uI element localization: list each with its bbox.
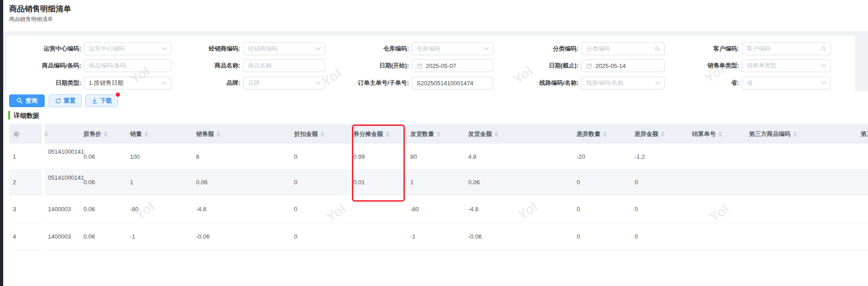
- field-placeholder: 运营中心编码: [89, 45, 124, 53]
- field-placeholder: 仓库编码: [417, 45, 440, 53]
- cell-ship-amount: 0.06: [468, 170, 480, 195]
- cell-settings: 1: [13, 144, 16, 170]
- cell-order-no: 05141000141: [48, 148, 84, 155]
- cell-ship-qty: 1: [410, 170, 413, 195]
- column-label: 销售额: [196, 130, 214, 138]
- cell-diff-qty: -20: [577, 144, 585, 170]
- sort-icon: [217, 131, 220, 137]
- cell-ship-qty: 80: [410, 144, 417, 170]
- download-icon: [92, 98, 98, 104]
- column-header-settlement-no[interactable]: 结算单号: [692, 124, 722, 144]
- column-header-ship-qty[interactable]: 发货数量: [410, 124, 440, 144]
- filter-label-customer-code: 客户编码:: [648, 42, 739, 55]
- cell-sales-amount: 0.06: [196, 170, 207, 195]
- cell-original-price: 0.06: [83, 195, 95, 223]
- column-header-third-party-product-code[interactable]: 第三方商品编码: [749, 124, 797, 144]
- field-placeholder: 线路编码/名称: [586, 79, 624, 87]
- cell-sales-qty: 100: [130, 144, 140, 170]
- select-warehouse-code[interactable]: 仓库编码: [412, 42, 493, 55]
- reset-button[interactable]: 重置: [49, 94, 82, 107]
- input-customer-code[interactable]: 客户编码: [742, 42, 831, 55]
- sort-icon: [44, 131, 48, 137]
- search-icon: [16, 98, 23, 104]
- column-label: 销量: [130, 130, 142, 138]
- cell-discount-amount: 0: [294, 195, 297, 223]
- column-header-ship-amount[interactable]: 发货金额: [468, 124, 498, 144]
- field-value: 2025-05-07: [426, 62, 456, 69]
- search-icon: [821, 46, 827, 52]
- sort-icon: [661, 131, 665, 137]
- gear-icon: [13, 130, 20, 138]
- cell-ship-amount: -4.8: [468, 195, 478, 223]
- column-header-settings[interactable]: [13, 124, 20, 144]
- cell-original-price: 0.06: [83, 170, 95, 195]
- cell-order-no: 05141000141: [48, 174, 84, 181]
- column-label: 发货金额: [468, 130, 492, 138]
- cell-discount-amount: 0: [294, 144, 297, 170]
- sort-icon: [145, 131, 148, 137]
- column-header-diff-qty[interactable]: 差异数量: [577, 124, 607, 144]
- filter-label-operation-center-code: 运营中心编码:: [0, 42, 81, 55]
- column-label: 第三方商品编码: [749, 130, 790, 138]
- cell-ship-amount: 4.8: [468, 144, 476, 170]
- column-label: 发货数量: [410, 130, 434, 138]
- cell-sales-amount: -4.8: [196, 195, 206, 223]
- cell-sales-qty: -1: [130, 223, 135, 250]
- cell-diff-qty: 0: [577, 223, 580, 250]
- annotation-red-box: [352, 125, 405, 202]
- field-placeholder: 销售单类型: [747, 62, 776, 70]
- search-button[interactable]: 查询: [9, 94, 45, 107]
- sort-icon: [320, 131, 324, 137]
- cell-original-price: 0.06: [83, 144, 95, 170]
- field-placeholder: 品牌: [248, 79, 260, 87]
- cell-diff-qty: 0: [577, 170, 580, 195]
- filter-label-warehouse-code: 仓库编码:: [318, 42, 409, 55]
- column-label: 折扣金额: [294, 130, 318, 138]
- select-sales-order-type[interactable]: 销售单类型: [742, 59, 831, 72]
- page: 商品销售明细清单 商品销售明细清单 运营中心编码:运营中心编码经销商编码:经销商…: [0, 0, 868, 286]
- input-product-name[interactable]: 商品名称: [243, 59, 325, 72]
- filter-label-order-main-sub-no: 订单主单号/子单号:: [318, 77, 409, 89]
- cell-diff-amount: -1.2: [635, 144, 645, 170]
- download-notification-dot: [115, 92, 120, 97]
- column-label: 第三: [861, 130, 868, 138]
- column-header-sales-amount[interactable]: 销售额: [196, 124, 220, 144]
- field-placeholder: 客户编码: [747, 45, 770, 53]
- filter-label-product-code-barcode: 商品编码/条码:: [0, 59, 81, 72]
- date-input-date-start[interactable]: 2025-05-07: [412, 59, 493, 72]
- filter-label-sales-order-type: 销售单类型:: [648, 59, 739, 72]
- chevron-down-icon: [821, 81, 827, 85]
- input-order-main-sub-no[interactable]: S2025051410001474: [412, 77, 493, 89]
- column-header-sales-qty[interactable]: 销量: [130, 124, 148, 144]
- calendar-icon: [586, 63, 592, 69]
- column-header-original-price[interactable]: 原售价: [83, 124, 108, 144]
- field-value: S2025051410001474: [417, 80, 473, 87]
- cell-sales-amount: 6: [196, 144, 199, 170]
- cell-ship-amount: -0.06: [468, 223, 482, 250]
- cell-order-no: 1400003: [48, 223, 71, 250]
- column-header-diff-amount[interactable]: 差异金额: [635, 124, 665, 144]
- cell-settings: 4: [13, 223, 16, 250]
- cell-discount-amount: 0: [294, 223, 297, 250]
- column-label: 差异金额: [635, 130, 658, 138]
- column-header-order-no[interactable]: [44, 124, 48, 144]
- filter-label-category-code: 分类编码:: [487, 42, 579, 55]
- sort-icon: [603, 131, 607, 137]
- download-button[interactable]: 下载: [85, 94, 118, 107]
- cell-diff-amount: 0: [635, 170, 638, 195]
- select-dealer-code[interactable]: 经销商编码: [243, 42, 325, 55]
- calendar-icon: [417, 63, 423, 69]
- cell-diff-amount: 0: [635, 223, 638, 250]
- select-brand[interactable]: 品牌: [243, 77, 325, 89]
- select-province[interactable]: 省: [742, 77, 831, 89]
- cell-settings: 3: [13, 195, 16, 223]
- column-header-discount-amount[interactable]: 折扣金额: [294, 124, 324, 144]
- chevron-down-icon: [821, 64, 827, 68]
- column-label: 结算单号: [692, 130, 716, 138]
- cell-settings: 2: [13, 170, 16, 195]
- sort-icon: [104, 131, 108, 137]
- filter-label-date-start: 日期(开始):: [318, 59, 409, 72]
- cell-ship-qty: -80: [410, 195, 419, 223]
- cell-order-no: 1400003: [48, 195, 71, 223]
- column-header-third-party-clipped: 第三: [861, 124, 868, 144]
